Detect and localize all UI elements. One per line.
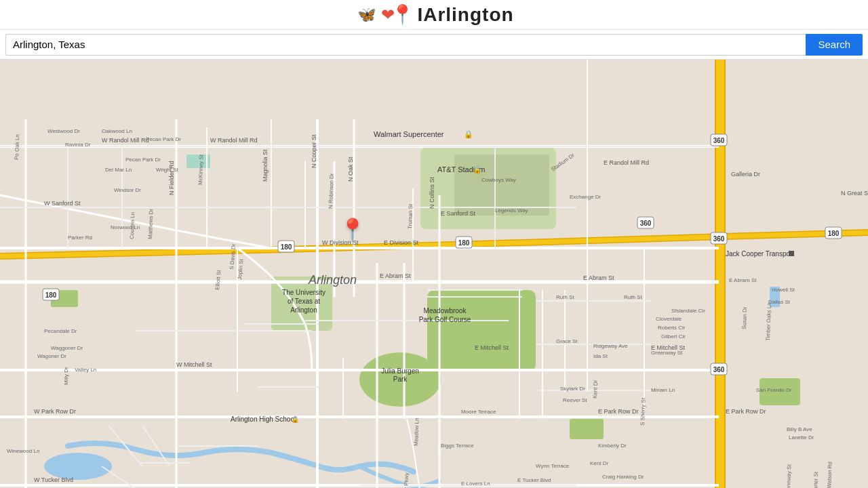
svg-text:Walmart Supercenter: Walmart Supercenter xyxy=(374,130,444,138)
svg-text:E Randol Mill Rd: E Randol Mill Rd xyxy=(604,159,649,166)
svg-text:S Sherry St: S Sherry St xyxy=(639,397,646,426)
svg-text:E Abram St: E Abram St xyxy=(380,272,411,279)
svg-text:Po Oak Ln: Po Oak Ln xyxy=(14,134,20,160)
svg-text:Reever St: Reever St xyxy=(563,397,587,403)
svg-rect-0 xyxy=(0,60,868,488)
svg-text:180: 180 xyxy=(828,230,840,237)
svg-text:E Park Row Dr: E Park Row Dr xyxy=(726,408,766,415)
svg-text:E Mitchell St: E Mitchell St xyxy=(475,344,509,351)
svg-text:Skylark Dr: Skylark Dr xyxy=(560,386,585,392)
svg-text:Winewood Ln: Winewood Ln xyxy=(7,448,39,454)
svg-text:360: 360 xyxy=(713,366,725,373)
svg-text:Park: Park xyxy=(393,375,408,383)
city-label: Arlington xyxy=(309,273,357,287)
svg-text:Wright St: Wright St xyxy=(156,167,179,173)
svg-text:🔒: 🔒 xyxy=(464,129,473,139)
svg-text:360: 360 xyxy=(640,220,652,227)
svg-text:Julia Burgen: Julia Burgen xyxy=(381,367,419,375)
svg-text:Pecandale Dr: Pecandale Dr xyxy=(44,328,77,334)
search-input[interactable] xyxy=(5,34,806,56)
svg-text:E Lovers Ln: E Lovers Ln xyxy=(461,481,490,487)
header-title: 🦋 ❤ 📍 IArlington xyxy=(354,3,513,27)
svg-text:N Great SW Pkwy: N Great SW Pkwy xyxy=(841,190,868,197)
svg-text:Cloverdale: Cloverdale xyxy=(656,316,682,322)
header: 🦋 ❤ 📍 IArlington xyxy=(0,0,868,30)
svg-text:Grace St: Grace St xyxy=(556,338,578,344)
svg-text:360: 360 xyxy=(713,137,725,144)
svg-text:Milly Dr: Milly Dr xyxy=(63,367,69,385)
svg-text:🔒: 🔒 xyxy=(291,415,300,424)
svg-text:Waggoner Dr: Waggoner Dr xyxy=(51,345,83,351)
svg-text:Kent Dr: Kent Dr xyxy=(592,380,599,399)
svg-text:Carter St: Carter St xyxy=(812,471,819,488)
svg-text:E Division St: E Division St xyxy=(384,239,419,246)
svg-rect-151 xyxy=(789,251,794,256)
svg-text:180: 180 xyxy=(281,243,292,251)
search-button[interactable]: Search xyxy=(806,34,863,56)
svg-text:Windsor Dr: Windsor Dr xyxy=(114,187,141,193)
svg-text:Cousins Ln: Cousins Ln xyxy=(129,212,136,239)
svg-text:McKinney St: McKinney St xyxy=(197,154,205,185)
svg-rect-7 xyxy=(570,419,604,439)
svg-text:Legends Way: Legends Way xyxy=(495,207,528,214)
svg-text:Lanette Dr: Lanette Dr xyxy=(789,434,814,441)
svg-text:Kimberly Dr: Kimberly Dr xyxy=(598,443,627,449)
svg-text:Pecan Park Dr: Pecan Park Dr xyxy=(146,136,181,142)
logo-butterfly-icon: 🦋 xyxy=(354,3,378,27)
svg-text:Magnolia St: Magnolia St xyxy=(262,149,269,182)
svg-text:Westwood Dr: Westwood Dr xyxy=(47,128,80,134)
svg-text:Miriam Ln: Miriam Ln xyxy=(651,387,675,393)
svg-text:Craig Hanking Dr: Craig Hanking Dr xyxy=(602,474,644,480)
svg-text:Greenway St: Greenway St xyxy=(651,350,683,356)
svg-text:of Texas at: of Texas at xyxy=(288,298,320,305)
svg-text:The University: The University xyxy=(282,289,326,296)
svg-text:Susan Dr: Susan Dr xyxy=(741,306,748,329)
svg-text:Parker Rd: Parker Rd xyxy=(68,235,92,241)
svg-rect-2 xyxy=(454,155,549,216)
svg-text:N Oak St: N Oak St xyxy=(347,157,354,182)
svg-text:Valley Ln: Valley Ln xyxy=(75,367,96,373)
svg-text:360: 360 xyxy=(713,235,725,243)
svg-text:S Watson Rd: S Watson Rd xyxy=(826,462,833,488)
svg-text:Ridgeway Ave: Ridgeway Ave xyxy=(593,343,628,349)
svg-text:Roberts Cir: Roberts Cir xyxy=(658,325,686,331)
svg-text:W Randol Mill Rd: W Randol Mill Rd xyxy=(210,137,258,144)
svg-text:Jack Cooper Transport: Jack Cooper Transport xyxy=(726,250,794,258)
svg-text:Gilbert Cir: Gilbert Cir xyxy=(661,333,686,340)
svg-text:W Mitchell St: W Mitchell St xyxy=(176,361,212,368)
svg-text:Pennway St: Pennway St xyxy=(785,464,793,488)
svg-text:Howell St: Howell St xyxy=(772,287,795,293)
svg-text:W Park Row Dr: W Park Row Dr xyxy=(34,408,76,415)
svg-text:E Sanford St: E Sanford St xyxy=(441,210,476,217)
svg-text:W Randol Mill Rd: W Randol Mill Rd xyxy=(102,137,149,144)
svg-text:Del Mar Ln: Del Mar Ln xyxy=(105,167,132,173)
svg-text:W Tucker Blvd: W Tucker Blvd xyxy=(34,476,73,483)
svg-text:Truman St: Truman St xyxy=(407,203,414,229)
svg-text:E Tucker Blvd: E Tucker Blvd xyxy=(517,477,551,483)
svg-text:Exchange Dr: Exchange Dr xyxy=(570,194,601,200)
svg-text:Kent Dr: Kent Dr xyxy=(590,460,608,466)
map-container[interactable]: 180 180 180 180 360 360 360 360 360 303 … xyxy=(0,60,868,488)
svg-text:Arlington: Arlington xyxy=(290,306,317,314)
svg-text:Meadow Ln: Meadow Ln xyxy=(413,418,420,446)
svg-text:Ida St: Ida St xyxy=(593,353,608,359)
svg-text:Matthews Dr: Matthews Dr xyxy=(147,209,155,240)
svg-text:180: 180 xyxy=(45,291,57,299)
svg-text:Wynn Terrace: Wynn Terrace xyxy=(536,463,570,469)
search-bar: Search xyxy=(0,30,868,60)
svg-text:E Park Row Dr: E Park Row Dr xyxy=(598,408,639,415)
svg-text:Sfslandale Cir: Sfslandale Cir xyxy=(671,308,705,314)
map-svg: 180 180 180 180 360 360 360 360 360 303 … xyxy=(0,60,868,488)
svg-text:Southmoor Pkwy: Southmoor Pkwy xyxy=(402,472,410,488)
svg-text:W Sanford St: W Sanford St xyxy=(44,200,81,207)
svg-text:Park Golf Course: Park Golf Course xyxy=(419,316,471,323)
svg-text:Cowboys Way: Cowboys Way xyxy=(481,177,516,183)
svg-text:N Collins St: N Collins St xyxy=(429,176,435,209)
svg-text:180: 180 xyxy=(458,239,470,247)
svg-text:Biggs Terrace: Biggs Terrace xyxy=(441,443,474,449)
svg-text:Arlington High School: Arlington High School xyxy=(231,415,296,423)
svg-text:Ravinia Dr: Ravinia Dr xyxy=(65,142,91,148)
svg-text:🔒: 🔒 xyxy=(473,165,482,174)
svg-text:Ruth St: Ruth St xyxy=(556,294,574,300)
svg-text:Oakwood Ln: Oakwood Ln xyxy=(102,128,132,134)
